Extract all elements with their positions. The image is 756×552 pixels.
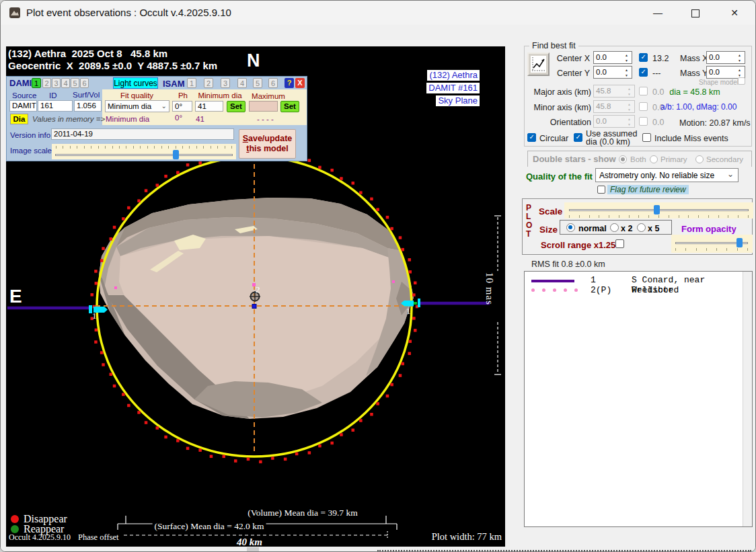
use-assumed-dia-checkbox[interactable] — [574, 133, 582, 142]
find-best-fit-legend: Find best fit — [529, 41, 578, 50]
sky-plane-plot[interactable]: (132) Aethra 2025 Oct 8 45.8 km Geocentr… — [6, 46, 505, 547]
observation-row-num[interactable]: 1 — [591, 275, 596, 285]
chord1-right-label: 1 — [406, 306, 411, 317]
form-opacity-label: Form opacity — [681, 224, 736, 234]
orientation-label: Orientation — [531, 118, 591, 127]
save-line2: this model — [239, 144, 295, 154]
observations-list[interactable]: 1 S Conard, near Wellsbor 2(P) Predicted — [524, 271, 753, 527]
damit-model-1-button[interactable]: 1 — [32, 78, 41, 88]
spin-up-icon[interactable]: ▲ — [735, 53, 744, 58]
spin-down-icon[interactable]: ▼ — [622, 58, 631, 63]
shape-model-checkbox[interactable] — [738, 77, 745, 85]
mag-checkbox-label: 13.2 — [652, 54, 669, 63]
orientation-cb-label: 0.0 — [652, 118, 664, 127]
window-title: Plot event observations : Occult v.4.202… — [26, 7, 231, 18]
surfvol-col-header: Surf/Vol — [73, 91, 100, 99]
skyplane-label: (132) Aethra DAMIT #161 Sky Plane — [367, 69, 480, 107]
scroll-range-checkbox[interactable] — [615, 239, 624, 248]
scale-bar-label: 40 km — [237, 537, 262, 547]
center-x-spinner[interactable]: 0.0 ▲ ▼ — [593, 51, 632, 64]
rms-fit-label: RMS fit 0.8 ±0.0 km — [531, 260, 605, 269]
mag2-checkbox[interactable] — [639, 68, 648, 77]
damit-model-5-button[interactable]: 5 — [71, 78, 79, 88]
image-scale-slider[interactable] — [52, 144, 236, 159]
fit-quality-dropdown[interactable]: Minimum dia ⌄ — [105, 100, 169, 112]
flag-review-label: Flag for future review — [607, 185, 689, 194]
spin-up-icon[interactable]: ▲ — [622, 68, 631, 73]
quality-of-fit-dropdown[interactable]: Astrometry only. No reliable size ⌄ — [595, 168, 739, 182]
chord2-label: 2 — [256, 284, 260, 295]
major-axis-value: 45.8 — [596, 87, 611, 95]
slider-thumb[interactable] — [173, 150, 179, 159]
light-curves-button[interactable]: Light curves — [113, 77, 158, 89]
form-opacity-slider[interactable] — [671, 235, 753, 253]
scale-slider[interactable] — [564, 202, 753, 219]
spin-down-icon: ▼ — [625, 122, 634, 127]
surface-mean-label: (Surface) Mean dia = 42.0 km — [153, 521, 266, 532]
spin-up-icon: ▲ — [625, 87, 634, 91]
set-max-dia-button[interactable]: Set — [280, 101, 299, 112]
occult-version-label: Occult 4.2025.9.10 — [9, 533, 71, 543]
mass-x-spinner[interactable]: 0.0 ▲ ▼ — [706, 51, 745, 64]
isam-model-3-button[interactable]: 3 — [221, 78, 230, 88]
mas-scale-label: 10 mas — [484, 272, 495, 323]
circle-center-marker — [252, 305, 256, 309]
observation-row-desc[interactable]: Predicted — [632, 285, 679, 295]
isam-model-6-button[interactable]: 6 — [268, 78, 278, 88]
mag-checkbox[interactable] — [639, 53, 648, 62]
id-value[interactable]: 161 — [38, 100, 73, 112]
dia-button[interactable]: Dia — [10, 114, 28, 124]
close-button[interactable]: ✕ — [719, 1, 750, 25]
source-col-header: Source — [12, 91, 36, 100]
isam-model-5-button[interactable]: 5 — [253, 78, 262, 88]
spin-up-icon[interactable]: ▲ — [735, 68, 744, 73]
max-dia-field[interactable] — [249, 101, 278, 112]
size-x5-label: x 5 — [648, 224, 659, 233]
flag-review-checkbox[interactable] — [597, 186, 605, 194]
size-x5-radio[interactable] — [637, 223, 646, 232]
panel-help-button[interactable]: ? — [285, 78, 294, 88]
list-scrollbar[interactable] — [743, 272, 752, 526]
orientation-value: 0.0 — [596, 117, 607, 125]
spin-up-icon[interactable]: ▲ — [622, 53, 631, 58]
set-min-dia-button[interactable]: Set — [227, 101, 245, 112]
slider-thumb[interactable] — [654, 205, 660, 214]
skyplane-line3: Sky Plane — [436, 95, 480, 106]
circular-checkbox[interactable] — [527, 133, 536, 142]
mass-y-label: Mass Y — [680, 69, 708, 78]
bottom-scroll-thumb[interactable] — [247, 547, 259, 552]
size-normal-radio[interactable] — [566, 223, 575, 232]
mag2-checkbox-label: --- — [652, 69, 661, 78]
damit-model-6-button[interactable]: 6 — [80, 78, 89, 88]
east-label: E — [9, 286, 22, 307]
isam-model-4-button[interactable]: 4 — [237, 78, 247, 88]
ph-corrn-field[interactable]: 0° — [172, 101, 192, 112]
save-update-model-button[interactable]: Save/update this model — [239, 129, 296, 159]
plot-letter-l: L — [526, 212, 531, 221]
orientation-spinner: 0.0 ▲ ▼ — [593, 115, 635, 128]
maximize-button[interactable] — [679, 1, 710, 25]
spin-down-icon[interactable]: ▼ — [735, 58, 744, 63]
primary-radio — [650, 155, 658, 163]
north-label: N — [247, 50, 260, 71]
minimize-button[interactable]: — — [642, 1, 673, 25]
damit-model-3-button[interactable]: 3 — [52, 78, 61, 88]
isam-label: ISAM — [163, 79, 185, 89]
size-x2-radio[interactable] — [610, 223, 619, 232]
isam-model-2-button[interactable]: 2 — [204, 78, 213, 88]
isam-model-1-button[interactable]: 1 — [187, 78, 196, 88]
image-scale-label: Image scale — [10, 147, 52, 155]
app-window: Plot event observations : Occult v.4.202… — [0, 0, 756, 552]
center-y-spinner[interactable]: 0.0 ▲ ▼ — [593, 66, 632, 79]
damit-model-2-button[interactable]: 2 — [42, 78, 51, 88]
mass-y-value: 0.0 — [709, 68, 720, 76]
slider-thumb[interactable] — [736, 238, 743, 247]
include-miss-checkbox[interactable] — [642, 133, 651, 142]
panel-close-button[interactable]: X — [295, 78, 305, 88]
version-info-field[interactable]: 2011-04-19 — [51, 128, 234, 140]
observation-row-num[interactable]: 2(P) — [591, 285, 611, 295]
damit-model-4-button[interactable]: 4 — [61, 78, 70, 88]
secondary-radio — [695, 155, 704, 163]
min-dia-field[interactable]: 41 — [195, 101, 223, 112]
spin-down-icon[interactable]: ▼ — [622, 73, 631, 78]
